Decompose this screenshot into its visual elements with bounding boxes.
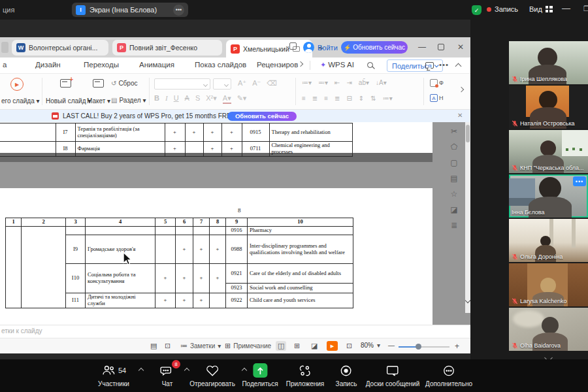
participant-video[interactable]: Olha Baidarova <box>509 308 588 351</box>
menu-transitions[interactable]: Переходы <box>84 61 119 69</box>
scrollbar-thumb[interactable] <box>466 125 470 142</box>
tile-more-button[interactable]: ••• <box>573 176 586 186</box>
window-minimize-button[interactable]: — <box>418 42 426 52</box>
close-banner-icon[interactable]: ✕ <box>457 112 463 119</box>
list-indent-buttons[interactable]: ≔▾≕▾⇤⇥ab̄▾↓A▾ <box>302 79 387 86</box>
participants-menu-icon[interactable] <box>139 368 144 373</box>
increase-indent-icon: ⇥ <box>346 79 351 86</box>
shadow-icon: S <box>195 94 200 102</box>
whiteboards-button[interactable]: Доски сообщений <box>366 363 420 387</box>
wps-home-button[interactable] <box>1 42 8 53</box>
share-screen-button[interactable]: Поделиться <box>242 363 278 387</box>
recording-indicator[interactable]: Запись <box>487 5 518 13</box>
notes-toggle-button[interactable]: ≔Заметки ▾ <box>180 342 221 350</box>
chat-button[interactable]: 8 Чат <box>160 363 174 387</box>
font-size-buttons[interactable]: A⁺A⁻⌫ <box>238 79 277 88</box>
window-close-button[interactable]: ✕ <box>457 42 464 52</box>
textbox-icon: А <box>430 94 438 102</box>
tab-povnyi-zvit[interactable]: P Повний звіт_Фесенко <box>112 40 222 56</box>
play-slideshow-icon[interactable]: ▶ <box>10 78 24 91</box>
zoom-menu-icon[interactable]: ▾ <box>377 342 380 349</box>
tab-label: Волонтерські органі... <box>29 44 97 52</box>
jump-to-icon[interactable]: ⊡ <box>165 342 171 350</box>
share-more-icon[interactable]: ••• <box>173 5 184 16</box>
normal-view-button[interactable]: ◫ <box>276 341 286 351</box>
comments-icon[interactable] <box>425 62 434 69</box>
slideshow-play-button[interactable]: ▶ <box>327 341 338 351</box>
slide-editing-area[interactable]: 8 I7 Терапія та реабілітація (за спеціал… <box>0 122 470 325</box>
window-restore-button[interactable] <box>438 44 444 50</box>
play-from-slide-button[interactable]: его слайда ▾ <box>1 97 40 105</box>
participant-video[interactable]: Наталія Островська <box>509 86 588 129</box>
participant-video-active[interactable]: ••• Інна Бєлова <box>509 174 588 218</box>
view-button[interactable]: Вид <box>529 5 553 13</box>
participant-video[interactable]: Ірина Шеплякова <box>509 41 588 84</box>
right-tool-panel[interactable]: ✂ ⬠ ▢ ▤ ☆ ◪ ≣ <box>447 127 461 229</box>
participant-name: Ольга Дороніна <box>520 253 563 260</box>
layout-button[interactable]: Макет ▾ <box>87 97 110 105</box>
record-icon <box>340 365 353 377</box>
upgrade-now-button[interactable]: ⚡ Обновить сейчас <box>341 41 408 54</box>
reading-view-button[interactable]: ◪ <box>311 342 318 350</box>
menu-overflow-icon[interactable] <box>298 61 303 67</box>
new-slide-button[interactable]: Новый слайд ▾ <box>46 97 91 105</box>
shape-tool-button[interactable]: Ф <box>430 79 444 87</box>
tab-khmelnytskyi[interactable]: P Хмельницький ✕ <box>226 40 312 57</box>
menu-animation[interactable]: Анимация <box>139 61 174 69</box>
participant-video[interactable]: КНП "Черкаська обла... <box>509 130 588 173</box>
wps-tab-bar: W Волонтерські органі... P Повний звіт_Ф… <box>0 37 470 57</box>
chat-menu-icon[interactable] <box>184 368 189 373</box>
more-options-icon[interactable]: ••• <box>439 61 449 69</box>
font-size-select[interactable] <box>213 78 231 90</box>
promo-upgrade-button[interactable]: Обновить сейчас <box>227 112 297 121</box>
participants-button[interactable]: 54 Участники <box>98 363 129 387</box>
section-button[interactable]: ▤Раздел ▾ <box>111 97 146 104</box>
textbox-tool-button[interactable]: АН <box>430 94 444 102</box>
react-button[interactable]: Отреагировать <box>189 363 235 387</box>
scroll-down-icon[interactable] <box>465 298 470 303</box>
screen-share-pill[interactable]: I Экран (Інна Бєлова) ••• <box>72 3 188 17</box>
search-icon[interactable] <box>367 62 373 68</box>
alignment-buttons[interactable]: ≡≣≡≣⊟⇕⇅≔▾ <box>302 95 393 102</box>
divider <box>423 78 424 105</box>
wps-ai-button[interactable]: ✦WPS AI <box>320 61 354 69</box>
record-button[interactable]: Запись <box>336 363 357 387</box>
zoom-slider[interactable] <box>399 346 449 348</box>
apps-button[interactable]: Приложения <box>286 363 325 387</box>
slide-sorter-button[interactable]: ⊞ <box>294 342 300 350</box>
collapse-ribbon-icon[interactable] <box>455 63 462 70</box>
slide-notes-input[interactable]: етки к слайду <box>0 325 470 338</box>
zoom-level[interactable]: 80% <box>361 342 374 349</box>
meeting-minimize-button[interactable]: — <box>562 3 570 13</box>
meeting-maximize-button[interactable]: ❐ <box>583 5 588 13</box>
reset-button[interactable]: ↺Сброс <box>111 80 137 87</box>
restore-tabs-icon[interactable] <box>289 42 297 50</box>
zoom-in-button[interactable]: + <box>455 342 459 351</box>
menu-slideshow[interactable]: Показ слайдов <box>195 61 246 69</box>
zoom-out-button[interactable]: — <box>388 342 395 349</box>
comment-button[interactable]: ⊞Примечание <box>225 342 271 350</box>
isced-table-page8: 12345678910 0916 Pharmacy I9 Громадське … <box>5 218 353 308</box>
expand-panel-icon[interactable] <box>459 87 464 92</box>
more-button[interactable]: Дополнительно <box>425 363 472 387</box>
participant-video[interactable]: Larysa Kalchenko <box>509 263 588 306</box>
slide-panel-icon[interactable]: ▤ <box>150 342 157 350</box>
reset-icon: ↺ <box>111 80 116 87</box>
font-style-buttons[interactable]: BIUASX²▾A▾✎▾ <box>154 94 246 104</box>
ppt-doc-icon: P <box>231 44 240 54</box>
participant-video[interactable]: Ольга Дороніна <box>509 219 588 262</box>
menu-design[interactable]: Дизайн <box>35 61 61 69</box>
numbering-icon: ≕▾ <box>318 79 328 86</box>
vertical-scrollbar[interactable] <box>465 122 470 313</box>
menu-insert-truncated[interactable]: а <box>3 61 7 69</box>
share-document-button[interactable]: Поделиться <box>387 59 443 72</box>
topbar-truncated-text: ция <box>3 6 14 14</box>
user-avatar-icon[interactable] <box>303 42 314 53</box>
zoom-slider-thumb[interactable] <box>416 344 421 350</box>
fit-slide-icon[interactable]: ⊡ <box>346 342 352 350</box>
font-family-select[interactable] <box>154 78 210 90</box>
login-button[interactable]: Войти <box>318 44 338 52</box>
menu-review[interactable]: Рецензиров <box>257 61 298 69</box>
security-shield-icon[interactable]: ✓ <box>472 5 482 15</box>
tab-volonterski[interactable]: W Волонтерські органі... <box>12 40 108 56</box>
